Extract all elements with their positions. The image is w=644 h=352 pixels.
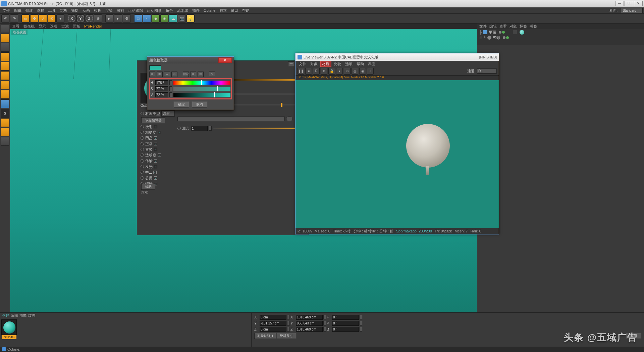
channel-bump[interactable]: 凹凸 [141,135,161,141]
channel-roughness[interactable]: 粗糙度 [141,130,161,135]
light-button[interactable]: 💡 [186,14,195,23]
sat-input[interactable] [155,86,168,91]
lv-settings-button[interactable]: ⚙ [321,68,327,75]
pos-x-input[interactable] [260,315,286,320]
cp-mode-3[interactable]: ▲ [164,72,170,77]
current-color-swatch[interactable] [149,65,161,70]
menu-plugins[interactable]: 插件 [191,8,201,13]
cp-mode-6[interactable]: ◫ [198,72,204,77]
lv-menu-objects[interactable]: 对象 [309,61,319,67]
menu-file[interactable]: 文件 [1,8,11,13]
size-y-input[interactable] [296,321,323,326]
hue-spinner[interactable] [169,80,172,85]
model-mode[interactable] [1,34,9,42]
sat-spinner[interactable] [169,86,172,91]
render-pv-button[interactable]: ▸ [114,14,122,23]
cp-mode-1[interactable]: ▦ [149,72,155,77]
coord-mode-dropdown[interactable]: 对象(相对) [254,333,276,339]
planar-workplane[interactable] [1,128,9,136]
lv-region-button[interactable]: ▭ [344,68,351,75]
menu-mesh[interactable]: 网格 [58,8,68,13]
channel-diffuse[interactable]: 漫射 [141,124,161,129]
cube-primitive[interactable]: □ [134,14,142,23]
render-settings-button[interactable]: ⚙ [123,14,131,23]
generator-button[interactable]: ◆ [152,14,160,23]
minimize-button[interactable]: — [615,1,624,6]
edge-mode[interactable] [1,71,9,80]
lv-stop-button[interactable]: ■ [305,68,312,75]
view-tab-display[interactable]: 显示 [39,24,46,29]
move-tool[interactable]: ✥ [30,14,38,23]
make-editable[interactable] [1,24,9,33]
mat-minimize[interactable]: — [288,61,294,66]
om-tab-tags[interactable]: 标签 [520,24,527,29]
val-slider[interactable] [173,93,230,97]
material-thumbnail[interactable]: OctDiffu [1,319,17,335]
om-tab-view[interactable]: 查看 [499,24,507,29]
menu-sculpt[interactable]: 雕刻 [115,8,125,13]
tweak-mode[interactable] [1,99,9,108]
rot-b-input[interactable] [332,327,359,332]
mm-tab-edit[interactable]: 编辑 [11,313,18,318]
coord-system[interactable]: ⊕ [94,14,102,23]
menu-character[interactable]: 角色 [164,8,174,13]
rot-p-input[interactable] [332,321,359,326]
menu-create[interactable]: 创建 [24,8,34,13]
view-tab-camera[interactable]: 摄像机 [23,24,35,29]
render-output[interactable] [296,80,499,228]
cp-mode-4[interactable]: ▭ [171,72,177,77]
lv-menu-interface[interactable]: 界面 [367,61,377,67]
last-tool[interactable]: ● [56,14,64,23]
om-tab-objects[interactable]: 对象 [509,24,517,29]
mix-input[interactable] [191,126,208,131]
lv-refresh-button[interactable]: R [313,68,320,75]
apply-button[interactable]: 应用 [626,333,641,339]
channel-common[interactable]: 公用 [141,175,161,181]
maximize-button[interactable]: ☐ [625,1,633,6]
menu-tools[interactable]: 工具 [47,8,57,13]
val-spinner[interactable] [169,92,172,97]
view-tab-prorender[interactable]: ProRender [84,24,102,28]
axis-z-toggle[interactable]: Z [85,14,93,23]
color-picker-close-button[interactable]: ✕ [218,57,232,63]
view-tab-view[interactable]: 查看 [12,24,19,29]
viewport-solo[interactable] [1,137,9,146]
lv-menu-help[interactable]: 帮助 [355,61,365,67]
channel-medium[interactable]: 中... [141,170,161,175]
menu-octane[interactable]: Octane [202,8,217,12]
workplane-mode[interactable] [1,52,9,61]
cp-mode-2[interactable]: ◧ [157,72,163,77]
pos-y-input[interactable] [260,321,286,326]
menu-script[interactable]: 脚本 [218,8,228,13]
render-view-button[interactable]: ▸ [105,14,113,23]
view-tab-panel[interactable]: 面板 [73,24,80,29]
axis-y-toggle[interactable]: Y [76,14,85,23]
rotate-tool[interactable]: ⟲ [48,14,56,23]
mm-tab-create[interactable]: 创建 [2,313,9,318]
lv-menu-options[interactable]: 选项 [344,61,354,67]
menu-animate[interactable]: 动画 [81,8,91,13]
mix-spin[interactable] [209,126,212,131]
size-mode-dropdown[interactable]: 绝对尺寸 [277,333,296,339]
hue-slider[interactable] [173,81,230,85]
channel-displacement[interactable]: 置换 [141,147,161,152]
cp-mode-hsv[interactable]: HSV [183,72,189,77]
view-tab-options[interactable]: 选项 [50,24,57,29]
lv-focus-button[interactable]: ◉ [359,68,366,75]
tree-row-balloon[interactable]: ⊞ └ 气球 [479,35,642,40]
menu-edit[interactable]: 编辑 [13,8,23,13]
deformer-button[interactable]: ◈ [160,14,168,23]
menu-motiontrack[interactable]: 运动跟踪 [127,8,144,13]
sat-slider[interactable] [173,87,230,91]
locked-workplane[interactable] [1,118,9,127]
channel-opacity[interactable]: 透明度 [141,152,161,158]
channel-normal[interactable]: 正常 [141,141,161,146]
material-tag-icon[interactable] [520,30,524,35]
texture-mode[interactable] [1,43,9,52]
tag-icon[interactable] [513,30,517,34]
lv-sphere-button[interactable]: ● [336,68,343,75]
lv-menu-compare[interactable]: 比较 [332,61,342,67]
close-button[interactable]: ✕ [634,1,643,6]
camera-button[interactable]: 📷 [178,14,186,23]
view-tab-filter[interactable]: 过滤 [61,24,69,29]
